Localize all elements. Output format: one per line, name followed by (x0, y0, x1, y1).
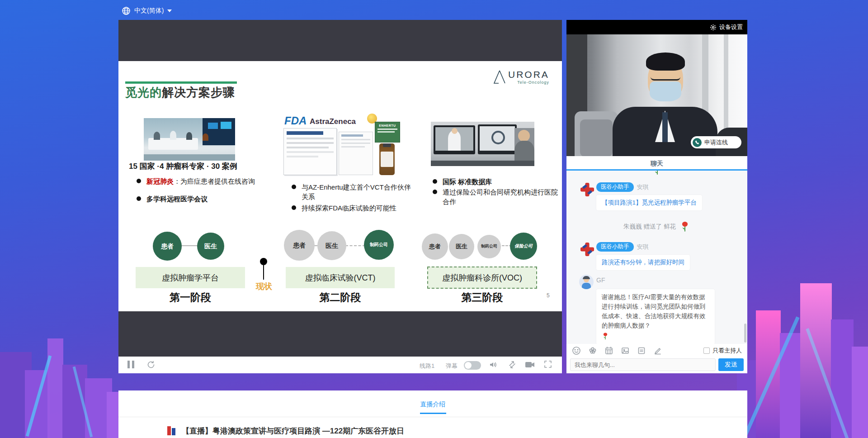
gear-icon (710, 24, 717, 31)
yigu-logo (166, 425, 176, 436)
stage1-box: 虚拟肿瘤学平台 (136, 267, 245, 288)
rose-icon (652, 171, 662, 176)
col2-bullet-2: 持续探索FDA临床试验的可能性 (291, 203, 415, 213)
aurora-logo-text: URORA (508, 69, 549, 80)
scrollbar-thumb[interactable] (744, 324, 746, 343)
player-control-bar: 线路1 弹幕 (118, 357, 562, 373)
document-thumbnail (283, 128, 337, 175)
speaker-video-panel: 设备设置 申请连线 (566, 20, 747, 156)
user-badge: 医谷小助手 (596, 182, 634, 192)
refresh-icon[interactable] (146, 360, 156, 369)
request-call-label: 申请连线 (704, 138, 728, 147)
emoji-icon[interactable] (572, 346, 581, 355)
only-host-label: 只看主持人 (712, 347, 742, 355)
fda-astrazeneca-graphic: FDA AstraZeneca ENHERTU (283, 114, 401, 177)
only-host-control[interactable]: 只看主持人 (703, 347, 742, 355)
document-thumbnail (339, 132, 373, 175)
chat-input[interactable] (570, 358, 716, 371)
astrazeneca-logo: AstraZeneca (310, 117, 356, 126)
conference-room-photo (144, 118, 235, 161)
glasses (651, 74, 680, 81)
enhertu-label: ENHERTU (375, 124, 400, 127)
language-selector[interactable]: 中文(简体) (122, 5, 172, 17)
face-mask (650, 81, 681, 101)
line-switch-icon[interactable] (507, 360, 517, 370)
speaker-icon[interactable] (488, 360, 498, 370)
rose-icon (602, 332, 609, 341)
aurora-triangle-icon (493, 69, 506, 85)
vial-photo (379, 143, 395, 175)
pause-button[interactable] (127, 361, 134, 368)
col1-heading: 15 国家 ·4 肿瘤科专家 · 30 案例 (129, 161, 283, 171)
flower-gift-icon[interactable] (588, 346, 597, 355)
col3-bullet-1: 国际 标准数据库 (432, 177, 561, 186)
device-settings-bar: 设备设置 (566, 20, 747, 34)
live-title: 【直播】粤港澳政策宣讲与医疗项目路演 —122期广东医谷开放日 (182, 426, 404, 436)
node-patient: 患者 (284, 230, 315, 261)
user-name: GF (596, 276, 605, 284)
chat-bubble: 路演还有5分钟，请把握好时间 (596, 255, 690, 270)
covid-highlight: 新冠肺炎 (146, 177, 174, 185)
user-name: 安琪 (637, 243, 649, 251)
presentation-slide: 觅光的解决方案步骤 URORA Tele-Oncology F (118, 61, 562, 311)
status-marker-dot (260, 258, 267, 265)
assistant-avatar (579, 181, 595, 198)
slide-title-highlight: 觅光的 (125, 86, 162, 99)
node-doctor: 医生 (317, 231, 346, 260)
connector (181, 245, 198, 246)
camera-icon[interactable] (524, 360, 535, 369)
card-divider (118, 417, 747, 417)
fullscreen-icon[interactable] (543, 360, 552, 369)
aurora-logo-subtitle: Tele-Oncology (508, 80, 549, 85)
danmaku-toggle[interactable] (464, 361, 481, 370)
pause-icon (127, 361, 130, 368)
gf-avatar (579, 275, 594, 289)
chat-bubble: 谢谢施总！医疗AI需要大量的有效数据进行持续训练，请问觅光团队如何做到低成本、快… (596, 289, 715, 344)
globe-icon (122, 6, 131, 15)
request-call-button[interactable]: 申请连线 (691, 136, 741, 148)
stage1-name: 第一阶段 (136, 290, 245, 305)
status-marker-line (263, 265, 264, 280)
node-pharma: 制药公司 (477, 235, 501, 258)
line-label[interactable]: 线路1 (420, 362, 434, 370)
calendar-icon[interactable] (604, 346, 613, 355)
live-info-card: 直播介绍 【直播】粤港澳政策宣讲与医疗项目路演 —122期广东医谷开放日 (118, 390, 747, 438)
node-patient: 患者 (422, 233, 448, 260)
chat-messages[interactable]: 医谷小助手 安琪 【项目路演1】觅光远程肿瘤学平台 朱巍巍 赠送了 鲜花 医谷小… (566, 171, 747, 344)
col3-bullet-2: 通过保险公司和合同研究机构进行医院合作 (432, 187, 561, 206)
chat-panel: 聊天 医谷小助手 安琪 【项目路演1】觅光远程肿瘤学平台 朱巍巍 赠送了 鲜花 (566, 156, 747, 373)
stage2-box: 虚拟临床试验(VCT) (286, 267, 395, 288)
language-label: 中文(简体) (134, 7, 164, 15)
image-icon[interactable] (621, 346, 630, 355)
danmaku-label: 弹幕 (446, 362, 458, 370)
phone-icon (693, 138, 702, 147)
stage3-name: 第三阶段 (427, 290, 537, 305)
col1-bullet-1: 新冠肺炎：为癌症患者提供在线咨询 (136, 176, 271, 186)
node-insurance: 保险公司 (510, 233, 537, 260)
col2-bullet-1: 与AZ-Enhertu建立首个VCT合作伙伴关系 (291, 182, 415, 201)
send-button[interactable]: 发送 (718, 358, 744, 371)
gift-message: 朱巍巍 赠送了 鲜花 (566, 220, 747, 233)
aurora-logo: URORA Tele-Oncology (493, 69, 549, 85)
user-name: 安琪 (637, 183, 649, 191)
stage2-name: 第二阶段 (286, 290, 395, 305)
col1-bullet-2: 多学科远程医学会议 (136, 194, 271, 204)
title-accent-line (125, 81, 237, 84)
assistant-avatar (579, 241, 595, 257)
stage3-box: 虚拟肿瘤科诊所(VOC) (427, 267, 537, 289)
stream-player: 觅光的解决方案步骤 URORA Tele-Oncology F (118, 20, 562, 373)
slide-page-number: 5 (547, 292, 550, 299)
pen-icon[interactable] (653, 346, 662, 355)
node-doctor: 医生 (197, 233, 224, 260)
chat-tab[interactable]: 聊天 (566, 156, 747, 169)
node-doctor: 医生 (449, 234, 474, 259)
telemedicine-photo (431, 122, 534, 166)
note-icon[interactable] (637, 346, 646, 355)
device-settings-label[interactable]: 设备设置 (719, 23, 743, 31)
only-host-checkbox[interactable] (703, 348, 710, 354)
node-patient: 患者 (153, 232, 182, 261)
tab-live-intro[interactable]: 直播介绍 (118, 390, 747, 409)
status-label: 现状 (250, 281, 278, 292)
fda-logo: FDA (284, 114, 307, 127)
enhertu-box: ENHERTU (375, 122, 400, 143)
